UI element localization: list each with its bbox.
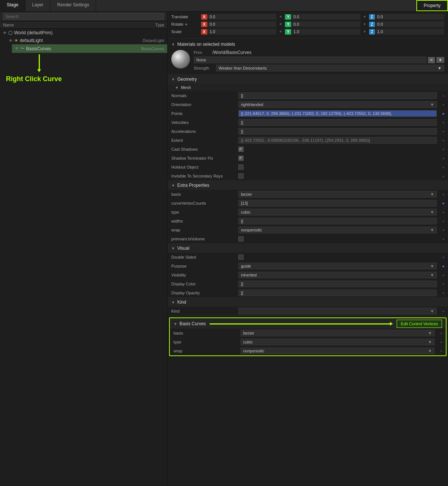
visibility-dropdown[interactable]: inherited ▼ [238, 272, 437, 278]
display-color-input[interactable] [238, 281, 437, 287]
extra-properties-header[interactable]: ▼ Extra Properties [168, 181, 448, 190]
visibility-icon-curves[interactable]: 👁 [15, 47, 19, 51]
mesh-triangle: ▼ [175, 86, 179, 90]
bc-type-dot: ● [435, 340, 442, 344]
shadow-terminator-checkbox[interactable] [238, 156, 244, 161]
display-opacity-label: Display Opacity [171, 291, 238, 295]
primvars-checkbox[interactable] [238, 236, 244, 242]
shadow-terminator-row: Shadow Terminator Fix ● [168, 154, 448, 163]
visual-header[interactable]: ▼ Visual [168, 244, 448, 253]
extra-basis-arrow: ▼ [430, 192, 434, 196]
rotate-y-input[interactable] [292, 21, 360, 27]
extra-wrap-dropdown[interactable]: nonperiodic ▼ [238, 227, 437, 233]
visibility-value: inherited [241, 273, 257, 277]
tree-row-basis-curves[interactable]: 👁 〜 BasisCurves BasisCurves [12, 44, 167, 53]
geometry-header[interactable]: ▼ Geometry [168, 75, 448, 84]
extra-basis-dropdown[interactable]: bezier ▼ [238, 191, 437, 198]
cast-shadows-label: Cast Shadows [171, 147, 238, 151]
invisible-secondary-checkbox[interactable] [238, 173, 244, 179]
scale-z-input[interactable] [376, 29, 444, 35]
material-arrow-button[interactable]: ▼ [436, 57, 444, 63]
translate-x-input[interactable] [208, 14, 277, 20]
tab-render-settings[interactable]: Render Settings [50, 0, 96, 11]
property-panel: Translate X ● Y ● Z [168, 12, 448, 486]
extra-wrap-label: wrap [171, 228, 238, 232]
extra-type-dropdown[interactable]: cubic ▼ [238, 209, 437, 215]
visibility-icon-world[interactable]: 👁 [3, 31, 7, 35]
basis-curves-title: Basis Curves [179, 321, 206, 326]
points-input[interactable] [238, 110, 437, 117]
materials-section: ▼ Materials on selected models Prim /Wor… [168, 39, 448, 75]
kind-header[interactable]: ▼ Kind [168, 298, 448, 307]
search-input[interactable] [3, 13, 164, 20]
extent-dot: ● [437, 139, 444, 142]
tree-type-col: Type [155, 23, 164, 27]
bc-type-arrow: ▼ [428, 340, 432, 344]
bc-basis-arrow: ▼ [428, 331, 432, 335]
purpose-dropdown[interactable]: guide ▼ [238, 263, 437, 269]
basis-curves-arrowhead [390, 322, 393, 326]
bc-type-dropdown[interactable]: cubic ▼ [241, 339, 435, 345]
extent-label: Extent [171, 138, 238, 143]
holdout-checkbox[interactable] [238, 164, 244, 170]
mesh-subsection-header[interactable]: ▼ Mesh [168, 84, 448, 91]
translate-z-input[interactable] [376, 14, 444, 20]
cast-shadows-checkbox[interactable] [238, 147, 244, 152]
search-bar [0, 12, 167, 22]
tree-item-curves-type: BasisCurves [141, 47, 164, 51]
bc-basis-dropdown[interactable]: bezier ▼ [241, 330, 435, 336]
rotate-z-input[interactable] [376, 21, 444, 27]
tree-item-world-label: World (defaultPrim) [14, 30, 53, 35]
x-badge-scale: X [201, 29, 207, 35]
normals-input[interactable] [238, 92, 437, 99]
double-sided-checkbox[interactable] [238, 255, 244, 260]
rotate-x-input[interactable] [208, 21, 277, 27]
curve-vertex-input[interactable] [238, 200, 437, 207]
tab-stage[interactable]: Stage [0, 0, 25, 11]
accelerations-input[interactable] [238, 128, 437, 135]
velocities-row: Velocities ● [168, 118, 448, 127]
widths-dot: ● [437, 220, 444, 223]
basis-curves-triangle: ▼ [174, 322, 177, 326]
translate-y-input[interactable] [292, 14, 360, 20]
basis-curves-section: ▼ Basis Curves Edit Control Vertices bas… [169, 317, 447, 356]
velocities-input[interactable] [238, 119, 437, 126]
material-sphere [171, 50, 190, 68]
orientation-label: Orientation [171, 102, 238, 107]
tree-row-default-light[interactable]: 👁 ☀ defaultLight DistantLight [6, 37, 167, 44]
x-badge-rotate: X [201, 22, 207, 27]
widths-row: widths ● [168, 217, 448, 226]
tree-row-world[interactable]: 👁 ⬡ World (defaultPrim) [0, 29, 167, 37]
tab-layer[interactable]: Layer [25, 0, 50, 11]
z-badge-rotate: Z [369, 22, 375, 27]
extra-title: Extra Properties [177, 183, 209, 188]
scale-x-input[interactable] [208, 29, 277, 35]
display-opacity-input[interactable] [238, 290, 437, 296]
cast-shadows-dot: ● [437, 148, 444, 151]
kind-dropdown[interactable]: ▼ [238, 308, 437, 314]
display-color-row: Display Color ● [168, 279, 448, 288]
scale-y-input[interactable] [292, 29, 360, 35]
right-click-annotation: Right Click Curve [6, 75, 167, 83]
visibility-arrow: ▼ [430, 273, 434, 277]
strength-dropdown[interactable]: Weaker than Descendants ▼ [216, 65, 444, 71]
tab-property[interactable]: Property [416, 0, 448, 11]
visibility-icon-light[interactable]: 👁 [9, 39, 13, 43]
orientation-dropdown[interactable]: rightHanded ▼ [238, 101, 437, 108]
bc-wrap-dropdown[interactable]: nonperiodic ▼ [241, 348, 435, 354]
material-none-input[interactable] [194, 57, 426, 63]
orientation-value: rightHanded [241, 102, 263, 107]
materials-triangle: ▼ [171, 42, 175, 47]
kind-row: Kind ▼ ● [168, 307, 448, 316]
light-icon: ☀ [14, 38, 18, 43]
primvars-label: primvars:isVolume [171, 237, 238, 241]
bc-type-label: type [174, 340, 241, 344]
visual-triangle: ▼ [171, 246, 175, 250]
widths-input[interactable] [238, 218, 437, 224]
extent-input[interactable] [238, 137, 437, 144]
material-x-button[interactable]: ✕ [428, 57, 435, 63]
edit-control-vertices-button[interactable]: Edit Control Vertices [397, 320, 442, 328]
accelerations-label: Accelerations [171, 129, 238, 134]
purpose-dot: ■ [437, 265, 444, 268]
extra-properties-section: ▼ Extra Properties basis bezier ▼ ● curv… [168, 181, 448, 244]
